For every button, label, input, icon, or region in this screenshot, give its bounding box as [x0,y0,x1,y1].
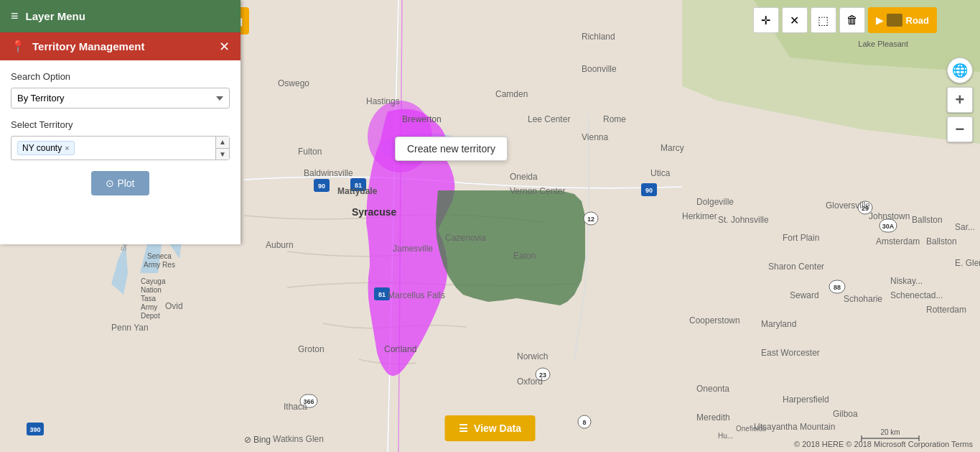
svg-text:Rotterdam: Rotterdam [926,305,966,315]
svg-text:Brewerton: Brewerton [402,114,442,124]
svg-text:Gilboa: Gilboa [833,409,858,419]
svg-text:Army: Army [141,303,157,311]
select-tool-button[interactable]: ⬚ [811,7,836,33]
territory-input-wrapper: NY county × ▲ ▼ [11,136,230,160]
territory-management-label: Territory Management [32,40,144,52]
search-option-select[interactable]: By Territory [11,88,230,109]
territory-tag-value: NY county [22,143,62,153]
create-territory-label: Create new territory [407,143,495,154]
territory-tag: NY county × [17,141,75,155]
panel-content: Search Option By Territory Select Territ… [0,60,241,206]
svg-text:St. Johnsville: St. Johnsville [718,215,769,225]
copyright-text: © 2018 HERE © 2018 Microsoft Corporation… [794,440,973,448]
svg-text:Baldwinsville: Baldwinsville [304,168,353,178]
svg-text:Syracuse: Syracuse [352,206,396,218]
svg-text:Boonville: Boonville [582,64,617,74]
lake-pleasant-label: Lake Pleasant [858,40,908,48]
svg-text:Jamesville: Jamesville [393,244,433,254]
svg-text:Herkimer: Herkimer [682,211,717,221]
svg-text:Harpersfield: Harpersfield [783,395,829,405]
svg-text:Sar...: Sar... [955,222,975,232]
svg-text:Dolgeville: Dolgeville [696,197,734,207]
svg-text:Cortland: Cortland [384,344,416,354]
territory-close-button[interactable]: ✕ [219,40,230,53]
svg-text:Meredith: Meredith [696,412,730,423]
svg-text:12: 12 [587,216,594,223]
svg-text:Johnstown: Johnstown [869,211,910,221]
cursor-icon: ✛ [761,14,770,27]
territory-bar-left: 📍 Territory Management [11,40,144,53]
map-tools: ✛ ✕ ⬚ 🗑 ▶ Road [753,7,938,33]
zoom-in-icon: + [956,91,965,109]
territory-icon: 📍 [11,40,25,53]
svg-text:Niskay...: Niskay... [890,276,923,286]
svg-text:East Worcester: East Worcester [761,348,820,358]
svg-text:Watkins Glen: Watkins Glen [273,434,324,444]
svg-text:Penn Yan: Penn Yan [111,323,149,333]
tag-close-button[interactable]: × [65,144,69,152]
view-data-button[interactable]: ☰ View Data [444,415,536,441]
svg-text:Army Res: Army Res [144,261,175,269]
spinner-down-button[interactable]: ▼ [216,149,229,160]
svg-text:Groton: Groton [298,344,325,354]
svg-text:Onefields: Onefields [736,425,766,433]
plot-submit-label: Plot [117,177,134,189]
territory-input[interactable]: NY county × [11,137,215,160]
delete-tool-icon: 🗑 [846,14,858,27]
svg-text:Richland: Richland [582,32,615,42]
svg-text:Cazenovia: Cazenovia [445,233,486,243]
select-tool-icon: ⬚ [818,14,829,27]
close-tool-button[interactable]: ✕ [782,7,808,33]
svg-text:Ballston: Ballston [926,236,957,246]
svg-text:Amsterdam: Amsterdam [876,236,920,246]
road-button[interactable]: ▶ Road [868,7,938,33]
svg-text:Tasa: Tasa [141,295,157,303]
svg-text:8: 8 [582,419,586,426]
svg-text:Fulton: Fulton [298,147,322,157]
bing-logo: ⊘ Bing [244,435,271,445]
spinner-up-button[interactable]: ▲ [216,137,229,149]
svg-text:Mattydale: Mattydale [337,186,378,196]
zoom-out-icon: − [956,120,965,139]
svg-text:Cayuga: Cayuga [141,277,166,285]
territory-bar: 📍 Territory Management ✕ [0,32,241,60]
svg-text:90: 90 [318,183,325,190]
road-label: Road [906,15,930,26]
svg-text:90: 90 [645,187,653,194]
svg-text:Gloversville: Gloversville [826,200,870,211]
svg-text:Oswego: Oswego [278,78,309,88]
svg-text:Schoharie: Schoharie [844,294,882,304]
plot-submit-button[interactable]: ⊙ Plot [91,171,149,195]
cursor-tool-button[interactable]: ✛ [753,7,779,33]
close-tool-icon: ✕ [790,14,799,27]
svg-text:Oneonta: Oneonta [696,384,729,394]
input-spinners: ▲ ▼ [215,137,229,160]
zoom-in-button[interactable]: + [947,87,973,113]
plot-submit-icon: ⊙ [106,177,114,189]
view-data-label: View Data [474,423,521,434]
svg-text:Utica: Utica [650,168,671,178]
bing-label: Bing [253,435,271,445]
bing-icon: ⊘ [244,435,251,445]
svg-text:20 km: 20 km [880,428,900,436]
svg-text:Depot: Depot [141,312,160,320]
select-territory-label: Select Territory [11,119,230,130]
svg-text:E. Glenv...: E. Glenv... [955,258,980,268]
svg-text:Ithaca: Ithaca [284,402,307,412]
layer-menu-label: Layer Menu [26,10,85,22]
svg-text:Camden: Camden [495,89,528,99]
search-option-label: Search Option [11,71,230,82]
svg-text:Oneida: Oneida [510,172,538,182]
svg-text:Eaton: Eaton [513,251,536,261]
svg-text:Nation: Nation [141,286,162,294]
layer-menu-bar[interactable]: ≡ Layer Menu [0,0,241,32]
svg-text:Marcellus Falls: Marcellus Falls [388,290,445,300]
zoom-out-button[interactable]: − [947,116,973,142]
svg-text:Maryland: Maryland [761,319,796,329]
svg-text:Auburn: Auburn [266,240,294,250]
globe-button[interactable]: 🌐 [947,57,973,83]
svg-text:Rome: Rome [603,114,626,124]
svg-text:Hastings: Hastings [366,96,400,106]
svg-text:Seneca: Seneca [147,252,172,260]
delete-tool-button[interactable]: 🗑 [839,7,865,33]
